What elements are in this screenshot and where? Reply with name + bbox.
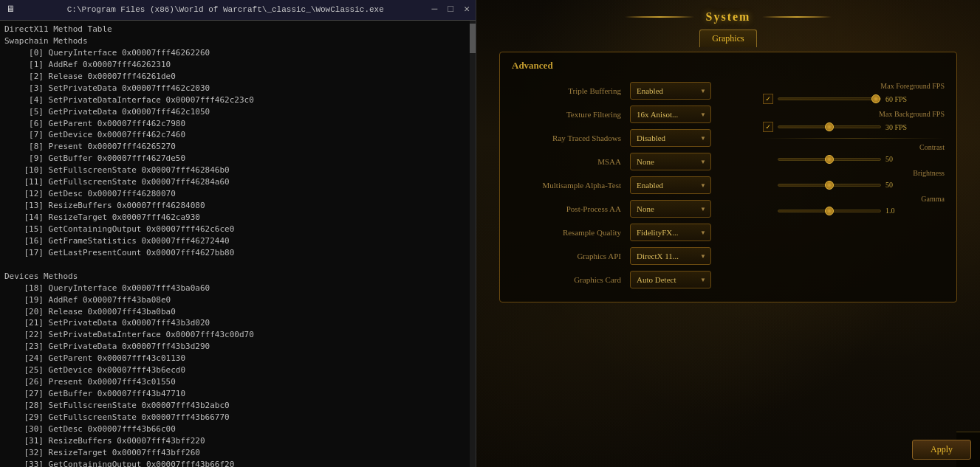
max-background-fps-track[interactable] — [778, 125, 881, 128]
settings-panel: Advanced Triple Buffering Enabled Textur… — [499, 52, 957, 302]
wow-content: System Graphics Advanced Triple Bufferin… — [476, 0, 980, 467]
terminal-window: 🖥 C:\Program Files (x86)\World of Warcra… — [0, 0, 476, 467]
resample-quality-dropdown[interactable]: FidelityFX... — [630, 224, 711, 241]
terminal-content: DirectX11 Method Table Swapchain Methods… — [0, 21, 476, 467]
system-title-decoration: System — [625, 7, 832, 27]
terminal-scrollbar-thumb[interactable] — [470, 24, 476, 53]
max-background-fps-value: 30 FPS — [885, 123, 915, 131]
terminal-icon: 🖥 — [6, 4, 15, 16]
post-process-aa-label: Post-Process AA — [512, 204, 630, 213]
title-line-right — [762, 16, 832, 18]
close-icon[interactable]: ✕ — [464, 3, 470, 17]
max-background-fps-checkbox[interactable]: ✓ — [763, 122, 773, 132]
max-background-fps-thumb[interactable] — [825, 122, 834, 131]
max-foreground-fps-track[interactable] — [778, 97, 881, 100]
left-column: Triple Buffering Enabled Texture Filteri… — [512, 82, 748, 294]
gamma-group: Gamma 1.0 — [763, 195, 945, 215]
multisample-alpha-row: Multisample Alpha-Test Enabled — [512, 176, 748, 194]
ray-traced-shadows-row: Ray Traced Shadows Disabled — [512, 129, 748, 147]
max-background-fps-group: Max Background FPS ✓ 30 FPS — [763, 110, 945, 132]
system-title-bar: System — [625, 7, 832, 27]
texture-filtering-row: Texture Filtering 16x Anisot... — [512, 105, 748, 123]
terminal-text: DirectX11 Method Table Swapchain Methods… — [4, 24, 471, 467]
multisample-alpha-value: Enabled — [637, 181, 663, 190]
max-foreground-fps-thumb[interactable] — [871, 94, 880, 103]
contrast-value: 50 — [885, 155, 915, 163]
max-foreground-fps-value: 60 FPS — [885, 95, 915, 103]
post-process-aa-value: None — [637, 204, 654, 213]
brightness-track[interactable] — [778, 184, 881, 187]
brightness-thumb[interactable] — [825, 181, 834, 190]
graphics-tab[interactable]: Graphics — [699, 30, 756, 47]
right-column: Max Foreground FPS ✓ 60 FPS — [748, 82, 945, 294]
triple-buffering-label: Triple Buffering — [512, 86, 630, 95]
max-background-fps-label: Max Background FPS — [879, 110, 945, 118]
ray-traced-shadows-label: Ray Traced Shadows — [512, 134, 630, 142]
ray-traced-shadows-dropdown[interactable]: Disabled — [630, 129, 711, 147]
triple-buffering-dropdown[interactable]: Enabled — [630, 82, 711, 100]
wow-settings-panel: System Graphics Advanced Triple Bufferin… — [476, 0, 980, 467]
gamma-track[interactable] — [778, 210, 881, 212]
nav-area: Graphics — [476, 30, 980, 47]
max-foreground-fps-group: Max Foreground FPS ✓ 60 FPS — [763, 82, 945, 104]
graphics-card-row: Graphics Card Auto Detect — [512, 271, 748, 288]
msaa-label: MSAA — [512, 157, 630, 166]
brightness-label: Brightness — [913, 169, 945, 177]
texture-filtering-value: 16x Anisot... — [637, 110, 678, 119]
resample-quality-label: Resample Quality — [512, 228, 630, 237]
resample-quality-value: FidelityFX... — [637, 228, 679, 237]
msaa-value: None — [637, 157, 654, 166]
gamma-value: 1.0 — [885, 207, 915, 215]
ray-traced-shadows-value: Disabled — [637, 134, 665, 142]
post-process-aa-row: Post-Process AA None — [512, 200, 748, 218]
contrast-track[interactable] — [778, 158, 881, 161]
terminal-scrollbar[interactable] — [470, 21, 476, 467]
system-title: System — [694, 7, 763, 27]
msaa-dropdown[interactable]: None — [630, 153, 711, 170]
graphics-card-label: Graphics Card — [512, 275, 630, 284]
brightness-value: 50 — [885, 181, 915, 189]
graphics-card-value: Auto Detect — [637, 275, 676, 284]
resample-quality-row: Resample Quality FidelityFX... — [512, 224, 748, 241]
settings-columns: Triple Buffering Enabled Texture Filteri… — [512, 82, 945, 294]
terminal-titlebar: 🖥 C:\Program Files (x86)\World of Warcra… — [0, 0, 476, 21]
graphics-api-value: DirectX 11... — [637, 252, 679, 260]
gamma-label: Gamma — [921, 195, 945, 203]
texture-filtering-dropdown[interactable]: 16x Anisot... — [630, 105, 711, 123]
graphics-api-label: Graphics API — [512, 252, 630, 260]
brightness-group: Brightness 50 — [763, 169, 945, 189]
gamma-thumb[interactable] — [825, 207, 834, 215]
multisample-alpha-dropdown[interactable]: Enabled — [630, 176, 711, 194]
triple-buffering-value: Enabled — [637, 86, 663, 95]
graphics-card-dropdown[interactable]: Auto Detect — [630, 271, 711, 288]
minimize-icon[interactable]: ─ — [432, 3, 438, 17]
texture-filtering-label: Texture Filtering — [512, 110, 630, 119]
multisample-alpha-label: Multisample Alpha-Test — [512, 181, 630, 190]
max-foreground-fps-checkbox[interactable]: ✓ — [763, 94, 773, 104]
divider-1 — [763, 138, 945, 139]
msaa-row: MSAA None — [512, 153, 748, 170]
contrast-thumb[interactable] — [825, 155, 834, 164]
maximize-icon[interactable]: □ — [448, 3, 453, 17]
graphics-api-row: Graphics API DirectX 11... — [512, 247, 748, 265]
advanced-header: Advanced — [512, 60, 945, 75]
window-controls[interactable]: ─ □ ✕ — [432, 3, 470, 17]
contrast-label: Contrast — [919, 143, 945, 151]
triple-buffering-row: Triple Buffering Enabled — [512, 82, 748, 100]
post-process-aa-dropdown[interactable]: None — [630, 200, 711, 218]
graphics-api-dropdown[interactable]: DirectX 11... — [630, 247, 711, 265]
contrast-group: Contrast 50 — [763, 143, 945, 163]
max-foreground-fps-label: Max Foreground FPS — [880, 82, 945, 90]
terminal-title: C:\Program Files (x86)\World of Warcraft… — [19, 4, 432, 16]
title-line-left — [625, 16, 694, 18]
